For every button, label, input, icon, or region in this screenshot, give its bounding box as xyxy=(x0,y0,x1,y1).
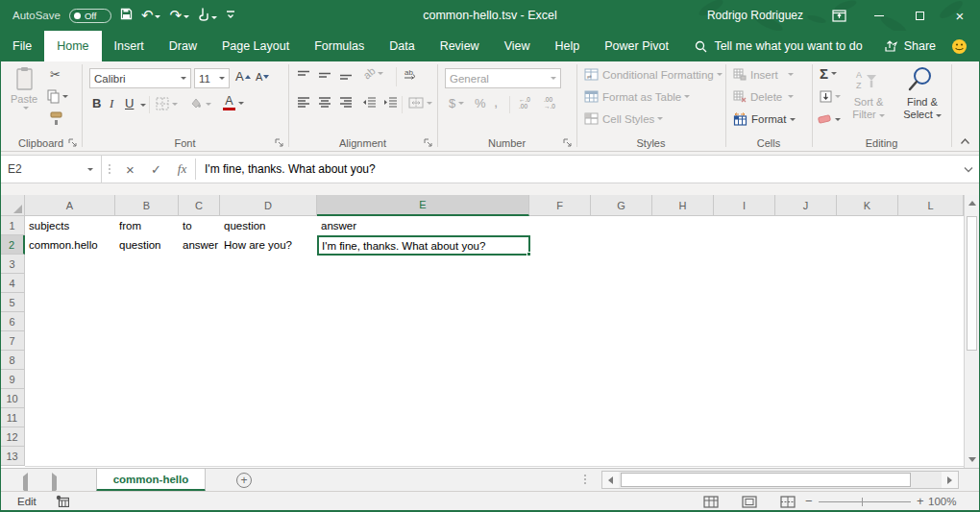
cell-K3[interactable] xyxy=(837,255,899,275)
cell-F2[interactable] xyxy=(529,235,592,256)
cell-C4[interactable] xyxy=(179,274,221,294)
new-sheet-button[interactable]: + xyxy=(236,473,252,488)
cell-L6[interactable] xyxy=(898,312,964,332)
row-header-11[interactable]: 11 xyxy=(0,408,25,427)
cell-B11[interactable] xyxy=(115,408,180,428)
cell-J12[interactable] xyxy=(775,427,838,448)
page-layout-view-button[interactable] xyxy=(741,495,758,508)
cell-D9[interactable] xyxy=(220,370,318,390)
align-left-button[interactable] xyxy=(297,97,310,108)
font-color-button[interactable]: A xyxy=(223,95,244,110)
fill-color-button[interactable] xyxy=(188,97,211,110)
cell-H1[interactable] xyxy=(652,216,715,236)
cell-H2[interactable] xyxy=(652,235,715,256)
minimize-button[interactable] xyxy=(859,0,899,31)
row-header-9[interactable]: 9 xyxy=(0,370,25,389)
cell-J3[interactable] xyxy=(775,255,838,275)
cell-G5[interactable] xyxy=(591,293,653,313)
fill-color-dropdown-arrow[interactable] xyxy=(206,103,211,106)
cell-G10[interactable] xyxy=(591,389,653,409)
wrap-text-button[interactable]: ab xyxy=(404,68,418,81)
cell-A1[interactable]: subjects xyxy=(25,216,116,236)
cell-D7[interactable] xyxy=(220,331,318,352)
borders-dropdown-arrow[interactable] xyxy=(172,103,178,106)
cell-H4[interactable] xyxy=(652,274,715,294)
cell-C12[interactable] xyxy=(179,427,221,448)
fill-button[interactable] xyxy=(820,90,841,103)
align-bottom-button[interactable] xyxy=(339,70,353,81)
cell-L9[interactable] xyxy=(898,370,964,390)
cell-D10[interactable] xyxy=(220,389,318,409)
cell-J2[interactable] xyxy=(775,235,838,256)
cell-E7[interactable] xyxy=(317,331,530,352)
tab-formulas[interactable]: Formulas xyxy=(302,31,377,61)
column-header-F[interactable]: F xyxy=(529,195,591,216)
scroll-right-button[interactable] xyxy=(942,472,958,488)
cell-F11[interactable] xyxy=(529,408,592,428)
cell-K2[interactable] xyxy=(837,235,899,256)
increase-decimal-button[interactable]: ←.0.00 xyxy=(519,97,530,110)
cell-E12[interactable] xyxy=(317,427,530,448)
cell-B1[interactable]: from xyxy=(115,216,180,236)
cell-J1[interactable] xyxy=(775,216,838,236)
cell-H6[interactable] xyxy=(652,312,715,332)
cell-L12[interactable] xyxy=(898,427,964,448)
cell-A7[interactable] xyxy=(25,331,116,352)
merge-center-button[interactable] xyxy=(408,97,432,109)
cut-button[interactable]: ✂ xyxy=(50,67,61,82)
cell-L5[interactable] xyxy=(898,293,964,313)
format-as-table-button[interactable]: Format as Table xyxy=(584,90,690,103)
horizontal-scrollbar[interactable] xyxy=(601,471,959,489)
cell-F12[interactable] xyxy=(529,427,592,448)
row-header-6[interactable]: 6 xyxy=(0,312,25,331)
autosum-dropdown-arrow[interactable] xyxy=(831,72,837,75)
decrease-decimal-button[interactable]: .00→.0 xyxy=(544,97,555,110)
cell-F1[interactable] xyxy=(529,216,592,236)
cell-B10[interactable] xyxy=(115,389,180,409)
align-center-button[interactable] xyxy=(318,97,331,108)
cell-G13[interactable] xyxy=(591,447,653,467)
cancel-button[interactable]: × xyxy=(117,156,143,183)
cell-J11[interactable] xyxy=(775,408,838,428)
cell-F5[interactable] xyxy=(529,293,592,313)
tab-file[interactable]: File xyxy=(0,31,44,61)
cell-A3[interactable] xyxy=(25,255,116,275)
autosave-toggle[interactable]: Off xyxy=(69,9,111,23)
cell-C11[interactable] xyxy=(179,408,221,428)
percent-style-button[interactable]: % xyxy=(475,96,486,110)
cell-F9[interactable] xyxy=(529,370,592,390)
close-button[interactable]: × xyxy=(940,0,980,31)
sort-filter-button[interactable]: AZ xyxy=(855,69,878,92)
cell-E10[interactable] xyxy=(317,389,530,409)
cell-G7[interactable] xyxy=(591,331,653,352)
cell-K10[interactable] xyxy=(837,389,899,409)
zoom-level[interactable]: 100% xyxy=(928,496,956,507)
previous-sheet-button[interactable] xyxy=(23,476,28,490)
cell-A9[interactable] xyxy=(25,370,116,390)
cell-D13[interactable] xyxy=(220,447,318,467)
cell-I1[interactable] xyxy=(714,216,776,236)
cell-G11[interactable] xyxy=(591,408,653,428)
cell-I4[interactable] xyxy=(714,274,776,294)
cell-A13[interactable] xyxy=(25,447,116,467)
cell-I13[interactable] xyxy=(714,447,776,467)
cell-L10[interactable] xyxy=(898,389,964,409)
cell-E9[interactable] xyxy=(317,370,530,390)
insert-cells-button[interactable]: Insert xyxy=(733,68,794,81)
cell-C7[interactable] xyxy=(179,331,221,352)
comma-style-button[interactable]: , xyxy=(494,93,498,110)
cell-styles-button[interactable]: Cell Styles xyxy=(584,112,663,125)
merge-center-dropdown-arrow[interactable] xyxy=(427,102,432,105)
column-header-E[interactable]: E xyxy=(317,195,529,216)
tab-power-pivot[interactable]: Power Pivot xyxy=(592,31,681,61)
orientation-dropdown-arrow[interactable] xyxy=(378,72,383,75)
user-name[interactable]: Rodrigo Rodriguez xyxy=(707,9,803,22)
cell-J9[interactable] xyxy=(775,370,838,390)
find-select-button[interactable] xyxy=(908,66,933,92)
cell-E8[interactable] xyxy=(317,351,530,371)
cell-A12[interactable] xyxy=(25,427,116,448)
font-name-combo[interactable]: Calibri xyxy=(89,68,191,88)
formula-input[interactable]: I'm fine, thanks. What about you? xyxy=(196,156,957,183)
expand-formula-bar-button[interactable] xyxy=(957,156,980,183)
cell-I6[interactable] xyxy=(714,312,776,332)
